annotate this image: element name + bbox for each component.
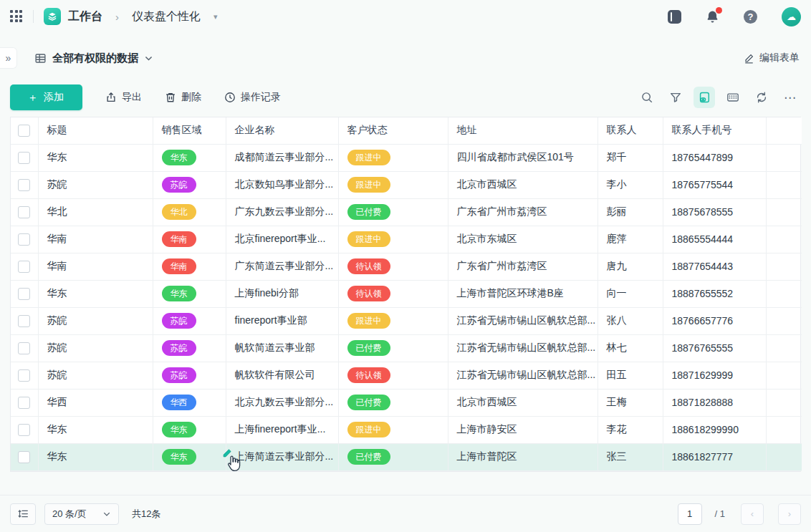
table-row[interactable]: 华南 华南 广东简道云事业部分... 待认领 广东省广州市荔湾区 唐九 1887… bbox=[11, 253, 802, 280]
refresh-button[interactable] bbox=[751, 87, 772, 108]
page-title[interactable]: 仪表盘个性化 bbox=[132, 9, 201, 24]
help-button[interactable]: ? bbox=[744, 10, 757, 24]
search-icon bbox=[640, 91, 653, 104]
cell-contact: 张三 bbox=[598, 443, 663, 470]
table-row[interactable]: 华南 华南 北京finereport事业... 跟进中 北京市东城区 鹿萍 18… bbox=[11, 226, 802, 253]
cell-title: 苏皖 bbox=[38, 362, 153, 389]
add-button[interactable]: ＋ 添加 bbox=[10, 84, 82, 110]
cell-company: 成都简道云事业部分... bbox=[226, 144, 338, 171]
status-badge: 待认领 bbox=[347, 286, 390, 301]
column-header-phone: 联系人手机号 bbox=[663, 117, 766, 144]
plus-icon: ＋ bbox=[27, 91, 38, 105]
row-checkbox[interactable] bbox=[18, 288, 30, 300]
cell-company: 帆软简道云事业部 bbox=[226, 334, 338, 362]
region-badge: 华西 bbox=[162, 395, 196, 410]
table-row[interactable]: 华西 华西 北京九数云事业部分... 已付费 北京市西城区 王梅 1887182… bbox=[11, 389, 802, 416]
prev-page-button[interactable]: ‹ bbox=[741, 503, 764, 525]
row-checkbox[interactable] bbox=[18, 206, 30, 218]
cell-filler bbox=[766, 307, 802, 334]
row-checkbox[interactable] bbox=[18, 261, 30, 273]
cell-title: 华西 bbox=[38, 389, 153, 416]
cloud-icon: ☁ bbox=[787, 13, 796, 21]
breadcrumb-chevron-icon: › bbox=[115, 11, 119, 23]
table-row[interactable]: 华东 华东 上海简道云事业部分... 已付费 上海市普陀区 张三 1886182… bbox=[11, 443, 802, 470]
ellipsis-icon: ⋯ bbox=[784, 90, 797, 105]
column-header-filler bbox=[766, 117, 802, 144]
status-badge: 跟进中 bbox=[347, 231, 390, 247]
cell-phone: 18765775544 bbox=[663, 171, 766, 198]
table-row[interactable]: 华东 华东 上海finebi分部 待认领 上海市普陀区环球港B座 向一 1888… bbox=[11, 280, 802, 307]
cell-address: 上海市普陀区环球港B座 bbox=[448, 280, 598, 307]
cell-filler bbox=[766, 416, 802, 443]
filter-button[interactable] bbox=[665, 87, 686, 108]
expand-sidebar-button[interactable]: » bbox=[0, 47, 17, 69]
row-checkbox[interactable] bbox=[18, 233, 30, 246]
row-checkbox[interactable] bbox=[18, 152, 30, 164]
column-header-title: 标题 bbox=[38, 117, 153, 144]
region-badge: 苏皖 bbox=[162, 313, 196, 329]
table-row[interactable]: 华东 华东 上海finereport事业... 跟进中 上海市静安区 李花 18… bbox=[11, 416, 802, 443]
table-row[interactable]: 苏皖 苏皖 北京数知鸟事业部分... 跟进中 北京市西城区 李小 1876577… bbox=[11, 171, 802, 198]
table-row[interactable]: 苏皖 苏皖 finereport事业部 跟进中 江苏省无锡市锡山区帆软总部...… bbox=[11, 307, 802, 334]
journal-icon[interactable] bbox=[668, 10, 681, 24]
row-checkbox[interactable] bbox=[18, 315, 30, 327]
page-size-select[interactable]: 20 条/页 bbox=[44, 503, 119, 525]
next-page-button[interactable]: › bbox=[778, 503, 801, 525]
row-checkbox[interactable] bbox=[18, 424, 30, 436]
chevron-right-icon: › bbox=[788, 508, 791, 519]
question-mark-icon: ? bbox=[748, 11, 754, 22]
view-switcher[interactable]: 全部有权限的数据 bbox=[34, 52, 153, 65]
cell-title: 苏皖 bbox=[38, 334, 153, 362]
table-row[interactable]: 苏皖 苏皖 帆软软件有限公司 待认领 江苏省无锡市锡山区帆软总部... 田五 1… bbox=[11, 362, 802, 389]
export-button-label: 导出 bbox=[122, 91, 142, 104]
table-row[interactable]: 苏皖 苏皖 帆软简道云事业部 已付费 江苏省无锡市锡山区帆软总部... 林七 1… bbox=[11, 334, 802, 362]
cell-address: 四川省成都市武侯区101号 bbox=[448, 144, 598, 171]
cell-contact: 向一 bbox=[598, 280, 663, 307]
row-checkbox[interactable] bbox=[18, 179, 30, 191]
row-checkbox[interactable] bbox=[18, 369, 30, 382]
workbench-link[interactable]: 工作台 bbox=[68, 9, 102, 24]
cell-company: 广东简道云事业部分... bbox=[226, 253, 338, 280]
chevron-left-icon: ‹ bbox=[751, 508, 754, 519]
region-badge: 华东 bbox=[162, 449, 196, 465]
app-logo-icon[interactable] bbox=[44, 8, 61, 25]
region-badge: 华东 bbox=[162, 286, 196, 301]
row-checkbox[interactable] bbox=[18, 397, 30, 409]
table-header-row: 标题 销售区域 企业名称 客户状态 地址 联系人 联系人手机号 bbox=[11, 117, 802, 144]
row-height-button[interactable] bbox=[10, 503, 36, 525]
cell-contact: 唐九 bbox=[598, 253, 663, 280]
view-title: 全部有权限的数据 bbox=[52, 52, 138, 65]
app-launcher-icon[interactable] bbox=[10, 10, 23, 23]
region-badge: 苏皖 bbox=[162, 340, 196, 356]
top-bar: 工作台 › 仪表盘个性化 ▾ ? ☁ bbox=[0, 0, 811, 33]
cell-filler bbox=[766, 144, 802, 171]
history-button[interactable]: 操作记录 bbox=[224, 91, 281, 104]
column-header-address: 地址 bbox=[448, 117, 598, 144]
page-title-caret-icon[interactable]: ▾ bbox=[213, 12, 218, 21]
row-checkbox[interactable] bbox=[18, 342, 30, 354]
cell-filler bbox=[766, 253, 802, 280]
search-button[interactable] bbox=[636, 87, 658, 108]
cell-address: 上海市普陀区 bbox=[448, 443, 598, 470]
user-avatar[interactable]: ☁ bbox=[782, 7, 801, 26]
notifications-button[interactable] bbox=[706, 10, 719, 24]
toolbar: ＋ 添加 导出 删除 操作记录 bbox=[0, 84, 811, 110]
card-view-button[interactable] bbox=[694, 87, 715, 108]
cell-phone: 188618299990 bbox=[663, 416, 766, 443]
export-icon bbox=[105, 92, 117, 103]
page-number-input[interactable] bbox=[678, 503, 702, 525]
cell-address: 江苏省无锡市锡山区帆软总部... bbox=[448, 307, 598, 334]
delete-button[interactable]: 删除 bbox=[165, 91, 201, 104]
row-checkbox[interactable] bbox=[18, 451, 30, 463]
field-settings-button[interactable] bbox=[722, 87, 744, 108]
more-button[interactable]: ⋯ bbox=[779, 87, 801, 108]
export-button[interactable]: 导出 bbox=[105, 91, 142, 104]
cell-company: 北京finereport事业... bbox=[226, 226, 338, 253]
edit-form-button[interactable]: 编辑表单 bbox=[744, 52, 800, 64]
select-all-checkbox[interactable] bbox=[18, 125, 30, 137]
cell-filler bbox=[766, 198, 802, 226]
table-row[interactable]: 华北 华北 广东九数云事业部分... 已付费 广东省广州市荔湾区 彭丽 1887… bbox=[11, 198, 802, 226]
cell-company: 上海简道云事业部分... bbox=[226, 443, 338, 470]
table-body: 华东 华东 成都简道云事业部分... 跟进中 四川省成都市武侯区101号 郑千 … bbox=[11, 144, 802, 470]
table-row[interactable]: 华东 华东 成都简道云事业部分... 跟进中 四川省成都市武侯区101号 郑千 … bbox=[11, 144, 802, 171]
